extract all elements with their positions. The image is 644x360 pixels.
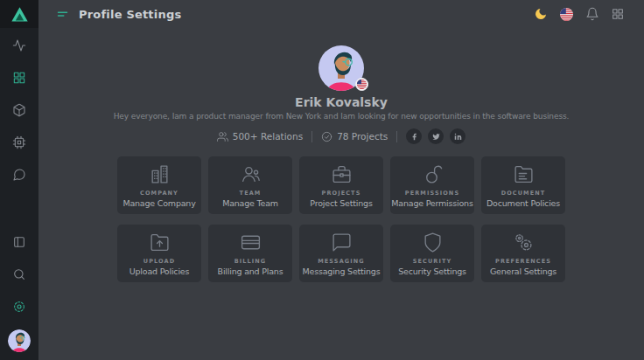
folder-up-icon [149, 232, 171, 253]
sidebar-user-avatar[interactable] [8, 329, 31, 352]
folder-doc-icon [513, 163, 535, 185]
profile-bio: Hey everyone, Iam a product manager from… [114, 112, 570, 121]
settings-card[interactable]: COMPANY Manage Company [117, 156, 201, 214]
dashboard-icon[interactable] [12, 71, 26, 85]
check-circle-icon [321, 131, 332, 142]
app-root: Profile Settings Erik Kovalsky Hey every… [0, 0, 644, 360]
twitter-icon[interactable] [428, 128, 444, 144]
facebook-icon[interactable] [406, 128, 422, 144]
profile-stat: 500+ Relations [217, 131, 303, 142]
stat-label: 500+ Relations [233, 131, 303, 142]
unlock-icon [422, 163, 444, 185]
card-label: Project Settings [310, 198, 372, 208]
apps-icon[interactable] [611, 7, 625, 21]
card-label: Upload Policies [130, 267, 189, 276]
activity-icon[interactable] [12, 38, 26, 52]
card-category: PROJECTS [322, 190, 361, 197]
sidebar [0, 0, 38, 360]
card-category: DOCUMENT [501, 190, 546, 197]
settings-card[interactable]: PERMISSIONS Manage Permissions [390, 156, 474, 214]
profile-name: Erik Kovalsky [295, 95, 388, 109]
divider [312, 131, 312, 142]
card-label: Document Policies [486, 198, 560, 208]
team-icon [240, 163, 262, 185]
card-category: COMPANY [140, 190, 178, 197]
shield-icon [422, 232, 444, 253]
divider [396, 131, 397, 142]
settings-card[interactable]: DOCUMENT Document Policies [481, 156, 565, 214]
settings-card[interactable]: UPLOAD Upload Policies [117, 225, 201, 282]
chat-icon[interactable] [12, 168, 26, 182]
card-label: Manage Permissions [391, 198, 472, 208]
bell-icon[interactable] [585, 7, 599, 21]
gear-icon[interactable] [12, 300, 26, 314]
sidebar-bottom-nav [12, 235, 26, 314]
card-label: Messaging Settings [303, 267, 381, 276]
header: Profile Settings [38, 0, 644, 28]
card-label: General Settings [490, 267, 556, 276]
settings-card[interactable]: SECURITY Security Settings [390, 225, 474, 282]
stat-label: 78 Projects [337, 131, 388, 142]
search-icon[interactable] [12, 267, 26, 281]
card-label: Manage Team [222, 198, 278, 208]
settings-card[interactable]: PREFERENCES General Settings [481, 225, 565, 282]
card-category: BILLING [234, 258, 267, 265]
flag-us-icon[interactable] [559, 7, 574, 22]
country-flag-badge [355, 78, 368, 91]
profile-avatar [318, 45, 364, 91]
main-area: Profile Settings Erik Kovalsky Hey every… [38, 0, 644, 360]
message-square-icon [331, 232, 353, 253]
users-icon [217, 131, 228, 142]
card-label: Billing and Plans [218, 267, 284, 276]
triangle-logo-icon [10, 5, 29, 24]
linkedin-icon[interactable] [450, 128, 466, 144]
card-label: Manage Company [122, 198, 195, 208]
settings-card[interactable]: MESSAGING Messaging Settings [299, 225, 383, 282]
card-category: TEAM [240, 190, 262, 197]
box-icon[interactable] [12, 103, 26, 117]
settings-card[interactable]: TEAM Manage Team [208, 156, 292, 214]
briefcase-icon [331, 163, 353, 185]
social-links [406, 128, 466, 144]
sidebar-top-nav [12, 38, 26, 182]
card-category: PERMISSIONS [405, 190, 459, 197]
card-category: SECURITY [413, 258, 452, 265]
card-category: UPLOAD [144, 258, 175, 265]
menu-toggle-icon[interactable] [56, 8, 69, 21]
content: Erik Kovalsky Hey everyone, Iam a produc… [38, 28, 644, 360]
card-category: PREFERENCES [495, 258, 551, 265]
profile-section: Erik Kovalsky Hey everyone, Iam a produc… [114, 45, 570, 144]
cpu-icon[interactable] [12, 135, 26, 149]
company-icon [149, 163, 171, 185]
settings-card[interactable]: BILLING Billing and Plans [208, 225, 292, 282]
page-title: Profile Settings [79, 8, 181, 21]
profile-stats: 500+ Relations78 Projects [217, 128, 466, 144]
header-actions [534, 7, 625, 22]
settings-card[interactable]: PROJECTS Project Settings [299, 156, 383, 214]
panel-icon[interactable] [12, 235, 26, 249]
credit-card-icon [240, 232, 262, 253]
gears-icon [513, 232, 535, 253]
moon-icon[interactable] [534, 7, 548, 21]
profile-stat: 78 Projects [321, 131, 388, 142]
settings-cards-grid: COMPANY Manage Company TEAM Manage Team … [117, 156, 565, 282]
app-logo[interactable] [0, 0, 38, 28]
card-label: Security Settings [398, 267, 466, 276]
card-category: MESSAGING [318, 258, 364, 265]
